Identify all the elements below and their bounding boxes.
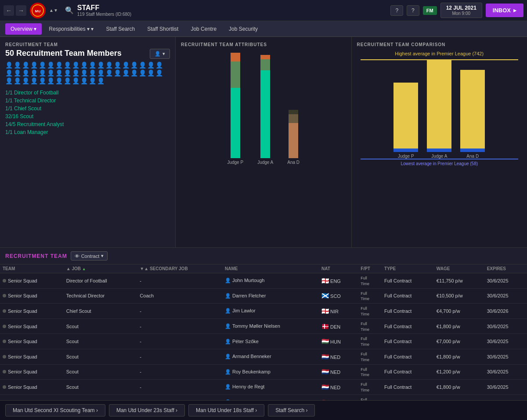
cell-name: 👤Péter Szőke [222,334,319,349]
cell-nat: 🏴󠁧󠁢󠁳󠁣󠁴󠁿 SCO [319,288,358,304]
role-technical-director[interactable]: 1/1 Technical Director [5,98,170,104]
staff-table: TEAM ▲ JOB ▲ ▼▲ SECONDARY JOB NAME NAT F… [0,264,527,400]
table-row[interactable]: Senior Squad Scout - 👤Roy Beukenkamp 🇳🇱 … [0,364,527,380]
nav-job-security[interactable]: Job Security [224,23,263,35]
table-row[interactable]: Senior Squad Scout - 👤Armand Benneker 🇳🇱… [0,349,527,364]
person-icon: 👤 [80,69,88,76]
inbox-button[interactable]: INBOX ▸ [486,4,523,17]
person-icon: 👤 [30,62,38,69]
fm-badge: FM [423,6,437,15]
person-icon: 👤 [80,77,88,84]
cell-name: 👤Armand Benneker [222,349,319,364]
cell-wage: €1,200 p/w [434,364,484,380]
cell-type: Full Contract [382,334,434,349]
bar-judge-a: Judge A [257,53,273,165]
contract-filter-button[interactable]: 👁 Contract ▾ [71,251,108,261]
cell-job: Scout [64,319,137,334]
person-icon: 👤 [64,77,71,84]
role-chief-scout[interactable]: 1/1 Chief Scout [5,105,170,112]
cell-team: Senior Squad [0,288,64,304]
person-icons-grid: 👤👤👤👤👤👤👤👤👤👤👤👤👤👤👤👤👤👤👤👤👤👤👤👤👤 👤👤👤👤👤👤👤👤👤👤👤👤👤👤… [5,62,170,84]
footer-btn-u18s[interactable]: Man Utd Under 18s Staff › [188,404,264,416]
cell-nat: 🇭🇺 HUN [319,334,358,349]
question-button[interactable]: ? [407,5,419,16]
nav-staff-search[interactable]: Staff Search [101,23,140,35]
help-icon-button[interactable]: ? [390,5,403,16]
time-label: Mon 9:00 [446,11,476,16]
cell-job: Scout [64,334,137,349]
footer-btn-second-xi[interactable]: Man Utd Second XI Scouting Team › [5,404,105,416]
role-director-football[interactable]: 1/1 Director of Football [5,90,170,96]
cell-expires: 30/6/2025 [484,319,527,334]
cell-type: Full Contract [382,304,434,319]
club-chevron-button[interactable]: ▲▼ [49,8,58,13]
cell-fpt: FullTime [358,304,382,319]
cell-secondary: - [137,334,222,349]
comp-judge-p-label: Judge P [398,154,414,159]
back-button[interactable]: ← [4,5,14,16]
staff-title-block: STAFF 119 Staff Members (ID:680) [77,4,131,17]
forward-button[interactable]: → [16,5,26,16]
svg-text:MU: MU [35,9,41,13]
nav-responsibilities[interactable]: Responsibilities ▾ [43,23,99,35]
cell-secondary: - [137,364,222,380]
person-icon: 👤 [97,62,105,69]
role-scout[interactable]: 32/16 Scout [5,113,170,119]
footer-btn-u23s[interactable]: Man Utd Under 23s Staff › [109,404,185,416]
eye-icon: 👁 [75,253,79,259]
person-icon: 👤 [122,62,130,69]
cell-secondary: - [137,395,222,400]
cell-nat: 🇩🇰 DEN [319,319,358,334]
footer-btn-second-xi-label: Man Utd Second XI Scouting Team › [13,407,98,413]
nav-staff-shortlist[interactable]: Staff Shortlist [142,23,184,35]
person-icon: 👤 [14,62,21,69]
cell-wage: €1,800 p/w [434,380,484,395]
cell-wage: €7,000 p/w [434,334,484,349]
person-icon: 👤 [139,69,146,76]
col-fpt: F/PT [358,264,382,273]
table-row[interactable]: Senior Squad Scout - 👤Tommy Møller Niels… [0,319,527,334]
cell-fpt: FullTime [358,273,382,289]
cell-wage: €1,800 p/w [434,395,484,400]
contract-chevron-icon: ▾ [101,253,104,259]
person-icon: 👤 [130,69,138,76]
table-scroll-area[interactable]: TEAM ▲ JOB ▲ ▼▲ SECONDARY JOB NAME NAT F… [0,264,527,400]
cell-team: Senior Squad [0,380,64,395]
table-row[interactable]: Senior Squad Technical Director Coach 👤D… [0,288,527,304]
person-icon: 👤 [89,77,96,84]
cell-expires: 30/6/2025 [484,273,527,289]
cell-secondary: - [137,304,222,319]
cell-type: Full Contract [382,319,434,334]
footer-btn-staff-search-label: Staff Search › [275,407,307,413]
cell-fpt: FullTime [358,288,382,304]
filter-button[interactable]: 👤 ▾ [150,49,170,59]
search-icon-button[interactable]: 🔍 [65,6,74,14]
nav-overview[interactable]: Overview ▾ [5,23,42,35]
contract-btn-label: Contract [81,253,100,259]
bar-judge-p: Judge P [227,53,243,165]
table-row[interactable]: Senior Squad Director of Football - 👤Joh… [0,273,527,289]
person-icon: 👤 [147,62,155,69]
table-row[interactable]: Senior Squad Scout - 👤Marcel Bout 🇳🇱 NED… [0,395,527,400]
cell-expires: 30/6/2025 [484,334,527,349]
cell-type: Full Contract [382,349,434,364]
person-icon: 👤 [147,69,155,76]
cell-nat: 🇳🇱 NED [319,380,358,395]
person-icon: 👤 [72,69,79,76]
cell-team: Senior Squad [0,349,64,364]
table-recruitment-label: RECRUITMENT TEAM [5,253,67,259]
table-row[interactable]: Senior Squad Chief Scout - 👤Jim Lawlor 🏴… [0,304,527,319]
nav-job-centre[interactable]: Job Centre [185,23,222,35]
role-recruitment-analyst[interactable]: 14/5 Recruitment Analyst [5,121,170,127]
cell-fpt: FullTime [358,395,382,400]
person-icon: 👤 [22,69,29,76]
table-row[interactable]: Senior Squad Scout - 👤Péter Szőke 🇭🇺 HUN… [0,334,527,349]
footer-btn-staff-search[interactable]: Staff Search › [268,404,315,416]
comp-bar-judge-a: Judge A [427,60,451,159]
cell-nat: 🇳🇱 NED [319,349,358,364]
person-icon: 👤 [55,62,63,69]
comparison-chart-title: RECRUITMENT TEAM COMPARISON [357,42,522,47]
role-loan-manager[interactable]: 1/1 Loan Manager [5,129,170,135]
table-row[interactable]: Senior Squad Scout - 👤Henny de Regt 🇳🇱 N… [0,380,527,395]
date-block: 12 JUL 2021 Mon 9:00 [440,3,482,18]
